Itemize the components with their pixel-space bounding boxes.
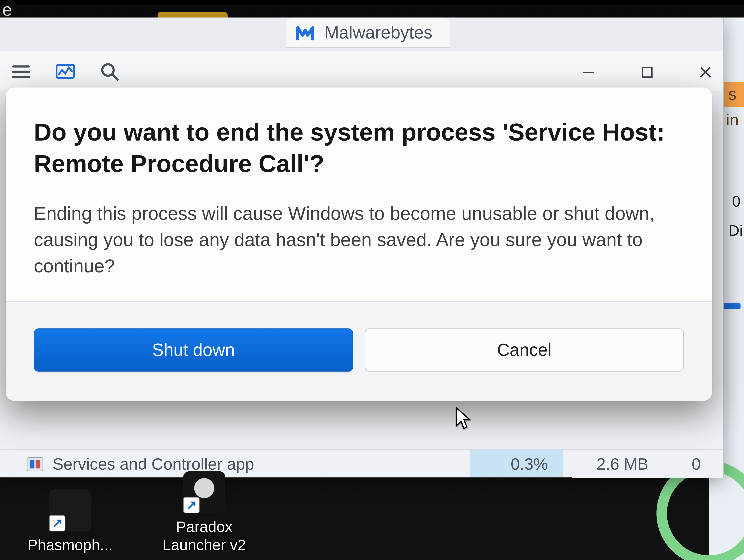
desktop-shortcut-phasmophobia[interactable]: ↗ Phasmoph... <box>23 489 117 554</box>
shut-down-button[interactable]: Shut down <box>34 328 353 371</box>
dialog-title: Do you want to end the system process 'S… <box>34 117 684 179</box>
hamburger-menu-button[interactable] <box>10 59 32 84</box>
close-window-button[interactable] <box>694 61 717 84</box>
window-controls <box>577 56 717 89</box>
shortcut-arrow-icon: ↗ <box>49 515 66 531</box>
desktop-icon-label: Paradox Launcher v2 <box>157 518 251 554</box>
process-cpu-cell: 0.3% <box>470 450 563 478</box>
screen-top-bezel <box>0 0 744 5</box>
minimize-button[interactable] <box>577 61 600 84</box>
maximize-button[interactable] <box>635 61 659 84</box>
desktop-icons-area: ↗ Phasmoph... ↗ Paradox Launcher v2 <box>23 471 251 554</box>
shortcut-arrow-icon: ↗ <box>183 497 200 513</box>
end-process-dialog: Do you want to end the system process 'S… <box>6 87 712 401</box>
window-tab[interactable]: Malwarebytes <box>286 17 450 48</box>
malwarebytes-logo-icon <box>295 23 315 43</box>
window-tab-title: Malwarebytes <box>324 23 432 43</box>
dialog-button-row: Shut down Cancel <box>6 301 712 401</box>
partial-text-di: Di <box>729 222 743 240</box>
svg-rect-4 <box>642 68 652 77</box>
desktop-shortcut-paradox-launcher[interactable]: ↗ Paradox Launcher v2 <box>157 471 251 554</box>
window-tab-strip: Malwarebytes <box>0 17 723 51</box>
dialog-message: Ending this process will cause Windows t… <box>34 200 684 280</box>
partial-blue-bar <box>721 303 741 309</box>
partial-orange-label: s in <box>721 82 744 107</box>
process-name: Services and Controller app <box>52 455 254 473</box>
search-button[interactable] <box>99 59 120 84</box>
performance-icon[interactable] <box>55 59 76 84</box>
desktop-icon-label: Phasmoph... <box>23 536 117 554</box>
process-disk-cell: 0 <box>662 450 715 478</box>
partial-text-0: 0 <box>732 193 741 210</box>
partial-text: e <box>2 0 12 20</box>
process-icon <box>27 457 43 471</box>
cancel-button[interactable]: Cancel <box>365 328 684 371</box>
dialog-body: Do you want to end the system process 'S… <box>6 87 712 301</box>
svg-line-2 <box>112 74 118 79</box>
process-memory-cell: 2.6 MB <box>563 450 662 478</box>
mouse-cursor-icon <box>455 406 473 430</box>
